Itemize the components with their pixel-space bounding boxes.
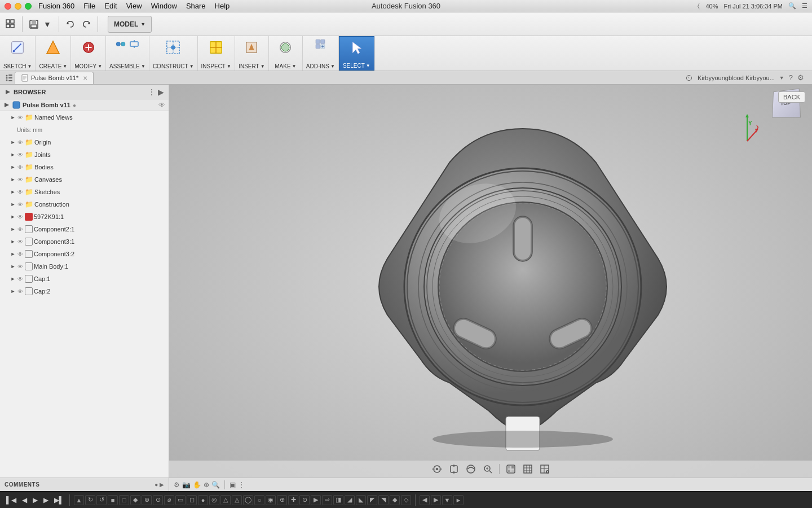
ribbon-make[interactable]: MAKE ▼ [269,36,303,71]
menu-file[interactable]: File [83,2,95,10]
account-dropdown[interactable]: ▼ [779,75,784,81]
main-body-visibility[interactable]: 👁 [17,264,23,270]
viewport-grid-toggle[interactable] [521,462,535,476]
ribbon-modify[interactable]: MODIFY ▼ [71,36,106,71]
timeline-tool-16[interactable]: ◯ [243,495,253,505]
comments-panel[interactable]: COMMENTS ● ▶ [0,478,169,491]
ribbon-sketch[interactable]: SKETCH ▼ [0,36,36,71]
bodies-visibility[interactable]: 👁 [17,164,23,170]
tree-item-main-body[interactable]: ► 👁 Main Body:1 [0,260,169,273]
anim-start-button[interactable]: ▌◀ [5,495,18,505]
grid-icon[interactable] [5,18,17,30]
tree-item-cap1[interactable]: ► 👁 Cap:1 [0,273,169,285]
redo-button[interactable] [80,18,92,30]
named-views-visibility[interactable]: 👁 [17,115,23,121]
minimize-button[interactable] [15,3,21,10]
root-document-item[interactable]: Pulse Bomb v11 ● 👁 [0,99,169,111]
timeline-tool-11[interactable]: ◻ [187,495,197,505]
tree-item-origin[interactable]: ► 👁 📁 Origin [0,136,169,148]
ribbon-create[interactable]: CREATE ▼ [36,36,71,71]
status-icon-4[interactable]: ⊕ [204,481,209,489]
viewport-grid-options[interactable] [538,462,551,476]
menu-help[interactable]: Help [215,2,230,10]
timeline-tool-23[interactable]: ⇨ [322,495,332,505]
timeline-tool-18[interactable]: ◉ [266,495,276,505]
grid-icon-status[interactable]: ⋮ [238,481,245,489]
timeline-right-1[interactable]: ◀ [420,495,430,505]
tree-item-component3-1[interactable]: ► 👁 Component3:1 [0,235,169,248]
anim-end-button[interactable]: ▶▌ [52,495,66,505]
timeline-right-4[interactable]: ► [453,495,464,505]
account-label[interactable]: Kirbyyoungblood Kirbyyou... [698,75,775,81]
root-options-icon[interactable]: ● [73,102,76,108]
timeline-tool-5[interactable]: □ [119,495,129,505]
timeline-tool-20[interactable]: ✚ [288,495,298,505]
undo-button[interactable] [64,18,77,30]
maximize-button[interactable] [25,3,32,10]
ribbon-assemble[interactable]: ASSEMBLE ▼ [106,36,149,71]
3d-viewport[interactable]: Y X TOP BACK [169,85,812,478]
timeline-tool-1[interactable]: ▲ [74,495,84,505]
cap2-visibility[interactable]: 👁 [17,288,23,295]
tree-item-construction[interactable]: ► 👁 📁 Construction [0,198,169,211]
timeline-tool-2[interactable]: ↻ [85,495,95,505]
menu-icon[interactable]: ☰ [802,2,807,10]
timeline-tool-3[interactable]: ↺ [96,495,107,505]
menu-view[interactable]: View [126,2,142,10]
menu-window[interactable]: Window [151,2,177,10]
construction-visibility[interactable]: 👁 [17,202,23,208]
file-dropdown-icon[interactable]: ▼ [41,18,54,30]
model-mode-button[interactable]: MODEL ▼ [108,16,152,33]
viewport-display-mode[interactable] [504,462,518,476]
tree-item-joints[interactable]: ► 👁 📁 Joints [0,148,169,161]
comments-expand[interactable]: ● ▶ [155,481,164,488]
history-icon[interactable]: ⏲ [685,73,693,82]
timeline-tool-28[interactable]: ◥ [378,495,389,505]
anim-prev-frame[interactable]: ◀ [20,495,29,505]
timeline-tool-6[interactable]: ◆ [130,495,140,505]
ribbon-insert[interactable]: INSERT ▼ [235,36,269,71]
ribbon-construct[interactable]: CONSTRUCT ▼ [149,36,198,71]
timeline-tool-10[interactable]: ▭ [175,495,186,505]
status-icon-5[interactable]: 🔍 [211,481,220,489]
sketches-visibility[interactable]: 👁 [17,189,23,195]
menu-share[interactable]: Share [186,2,206,10]
save-icon[interactable] [28,18,40,30]
timeline-tool-13[interactable]: ◎ [209,495,219,505]
timeline-tool-30[interactable]: ◇ [401,495,411,505]
status-icon-2[interactable]: 📷 [182,481,191,489]
timeline-tool-27[interactable]: ◤ [367,495,377,505]
browser-toggle[interactable] [3,74,15,82]
tree-item-canvases[interactable]: ► 👁 📁 Canvases [0,173,169,186]
canvases-visibility[interactable]: 👁 [17,177,23,183]
ribbon-inspect[interactable]: INSPECT ▼ [198,36,235,71]
timeline-tool-9[interactable]: ⌀ [164,495,174,505]
menu-fusion360[interactable]: Fusion 360 [38,2,74,10]
component3-2-visibility[interactable]: 👁 [17,251,23,257]
settings-icon[interactable]: ⚙ [797,73,804,82]
viewport-pan-button[interactable] [447,462,461,476]
timeline-tool-21[interactable]: ⊙ [299,495,310,505]
joints-visibility[interactable]: 👁 [17,152,23,158]
timeline-right-2[interactable]: ▶ [431,495,441,505]
timeline-tool-7[interactable]: ⊛ [142,495,152,505]
timeline-tool-26[interactable]: ◣ [356,495,366,505]
timeline-tool-17[interactable]: ○ [254,495,264,505]
component2-1-visibility[interactable]: 👁 [17,226,23,233]
cap1-visibility[interactable]: 👁 [17,276,23,282]
close-button[interactable] [5,3,11,10]
tree-item-5972k91[interactable]: ► 👁 5972K91:1 [0,211,169,223]
component3-1-visibility[interactable]: 👁 [17,239,23,245]
status-icon-3[interactable]: ✋ [193,481,201,489]
timeline-tool-12[interactable]: ● [198,495,208,505]
help-icon[interactable]: ? [789,73,793,82]
ribbon-addins[interactable]: ADD-INS ▼ [303,36,339,71]
status-icon-1[interactable]: ⚙ [174,481,180,489]
document-tab-close[interactable]: ✕ [83,75,87,81]
browser-expand[interactable]: ⋮ ▶ [148,87,164,97]
anim-next-frame[interactable]: ▶ [42,495,50,505]
timeline-tool-14[interactable]: △ [220,495,231,505]
timeline-tool-24[interactable]: ◨ [333,495,343,505]
tree-item-component3-2[interactable]: ► 👁 Component3:2 [0,248,169,260]
viewport-orbit-button[interactable] [464,462,478,476]
